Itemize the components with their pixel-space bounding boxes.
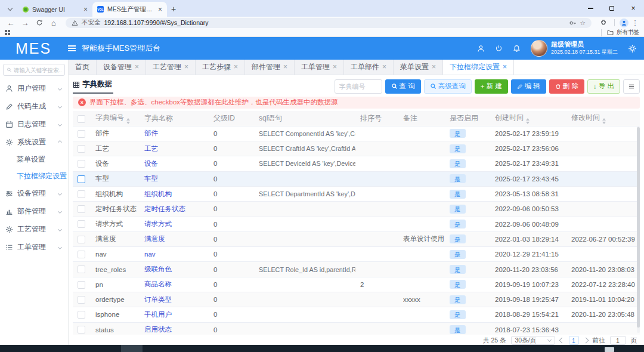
sort-icon[interactable] bbox=[126, 118, 130, 124]
content-tab[interactable]: 工艺管理× bbox=[146, 60, 196, 75]
dict-name-link[interactable]: 设备 bbox=[144, 160, 158, 167]
dict-name-link[interactable]: 请求方式 bbox=[144, 220, 172, 227]
sidebar-search-input[interactable] bbox=[14, 67, 61, 73]
dict-code-input[interactable] bbox=[335, 79, 382, 94]
select-all-checkbox[interactable] bbox=[78, 115, 85, 123]
home-icon[interactable]: ⌂ bbox=[48, 19, 60, 27]
row-checkbox[interactable] bbox=[78, 251, 85, 258]
sidebar-subitem[interactable]: 菜单设置 bbox=[0, 151, 68, 168]
table-row[interactable]: ordertype订单类型0xxxxx是2019-09-18 19:25:472… bbox=[73, 292, 640, 307]
current-page[interactable]: 1 bbox=[569, 336, 579, 345]
all-bookmarks-label[interactable]: 所有书签 bbox=[617, 29, 639, 36]
user-icon[interactable] bbox=[477, 45, 485, 53]
table-row[interactable]: 请求方式请求方式0是2022-09-06 00:48:09 bbox=[73, 217, 640, 231]
dict-name-link[interactable]: 启用状态 bbox=[144, 326, 172, 333]
sidebar-item[interactable]: 工艺管理 bbox=[0, 220, 68, 238]
export-button[interactable]: ↓导 出 bbox=[587, 79, 620, 94]
query-button[interactable]: 查 询 bbox=[385, 79, 421, 94]
dict-name-link[interactable]: 组织机构 bbox=[144, 190, 172, 197]
bookmark-star-icon[interactable]: ☆ bbox=[580, 19, 586, 26]
table-row[interactable]: 设备设备0SELECT DeviceId AS 'key',DeviceId A… bbox=[73, 156, 640, 171]
content-tab[interactable]: 部件管理× bbox=[245, 60, 295, 75]
sidebar-item[interactable]: 设备管理 bbox=[0, 184, 68, 202]
table-row[interactable]: 定时任务状态定时任务状态0是2022-09-06 00:50:53 bbox=[73, 202, 640, 217]
browser-tab-swagger[interactable]: Swagger UI × bbox=[18, 2, 92, 17]
row-checkbox[interactable] bbox=[78, 220, 85, 228]
delete-button[interactable]: 删 除 bbox=[549, 79, 584, 94]
minimize-button[interactable] bbox=[580, 0, 601, 17]
close-button[interactable]: × bbox=[623, 0, 644, 17]
forward-icon[interactable]: → bbox=[19, 19, 31, 27]
dict-name-link[interactable]: nav bbox=[144, 251, 156, 258]
table-row[interactable]: 车型车型0是2025-02-17 23:43:45 bbox=[73, 171, 640, 186]
prev-page-icon[interactable] bbox=[559, 338, 565, 344]
extensions-icon[interactable] bbox=[597, 19, 609, 26]
content-tab[interactable]: 首页 bbox=[69, 60, 97, 75]
content-tab[interactable]: 工单部件× bbox=[344, 60, 394, 75]
table-row[interactable]: 工艺工艺0SELECT CraftId AS 'key',CraftId AS … bbox=[73, 141, 640, 156]
sort-icon[interactable] bbox=[602, 118, 606, 124]
column-menu-button[interactable] bbox=[623, 79, 640, 94]
row-checkbox[interactable] bbox=[78, 296, 85, 304]
sidebar-item[interactable]: 工单管理 bbox=[0, 238, 68, 256]
tab-close-icon[interactable]: × bbox=[234, 63, 238, 71]
apps-grid-icon[interactable] bbox=[5, 30, 10, 35]
row-checkbox[interactable] bbox=[78, 236, 85, 243]
tab-close-icon[interactable]: × bbox=[283, 63, 287, 71]
scrollbar-thumb[interactable] bbox=[637, 127, 640, 327]
tab-close-icon[interactable]: × bbox=[333, 63, 337, 71]
column-header[interactable]: 创建时间 bbox=[490, 111, 566, 126]
content-tab[interactable]: 设备管理× bbox=[97, 60, 146, 75]
row-checkbox[interactable] bbox=[78, 190, 85, 198]
dict-name-link[interactable]: 商品名称 bbox=[144, 280, 172, 288]
collapse-menu-icon[interactable] bbox=[68, 45, 76, 51]
content-tab[interactable]: 工单管理× bbox=[295, 60, 344, 75]
dict-name-link[interactable]: 满意度 bbox=[144, 235, 165, 242]
row-checkbox[interactable] bbox=[78, 265, 85, 273]
table-row[interactable]: 组织机构组织机构0SELECT DepartmentId AS 'key',De… bbox=[73, 186, 640, 201]
folder-icon[interactable] bbox=[607, 29, 614, 36]
maximize-button[interactable] bbox=[601, 0, 623, 17]
advanced-query-button[interactable]: 高级查询 bbox=[424, 79, 472, 94]
browser-menu-icon[interactable]: ⋮ bbox=[631, 21, 639, 24]
dict-name-link[interactable]: 级联角色 bbox=[144, 265, 172, 273]
goto-page-input[interactable] bbox=[610, 336, 626, 345]
settings-gear-icon[interactable] bbox=[628, 44, 637, 53]
column-header[interactable]: 字典编号 bbox=[91, 111, 140, 126]
dict-name-link[interactable]: 订单类型 bbox=[144, 296, 172, 303]
next-page-icon[interactable] bbox=[583, 338, 589, 344]
row-checkbox[interactable] bbox=[78, 281, 85, 289]
back-icon[interactable]: ← bbox=[5, 19, 17, 27]
column-header[interactable]: 修改时间 bbox=[566, 111, 640, 126]
new-tab-button[interactable]: + bbox=[167, 2, 180, 16]
user-avatar[interactable] bbox=[531, 40, 547, 57]
table-row[interactable]: navnav0是2020-12-29 21:41:15 bbox=[73, 247, 640, 262]
table-row[interactable]: status启用状态0是2018-07-23 15:36:43 bbox=[73, 322, 640, 335]
table-row[interactable]: pn商品名称02是2019-09-19 10:07:232022-07-12 2… bbox=[73, 277, 640, 292]
sidebar-item[interactable]: 代码生成 bbox=[0, 97, 68, 115]
browser-profile-avatar[interactable] bbox=[620, 18, 628, 27]
page-size-select[interactable]: 30条/页 bbox=[511, 336, 555, 345]
tab-close-icon[interactable]: × bbox=[184, 63, 188, 71]
row-checkbox[interactable] bbox=[78, 175, 85, 183]
tab-close-icon[interactable]: × bbox=[432, 63, 436, 71]
table-row[interactable]: tree_roles级联角色0SELECT Role_Id AS id,pare… bbox=[73, 262, 640, 277]
row-checkbox[interactable] bbox=[78, 326, 85, 334]
sidebar-item[interactable]: 日志管理 bbox=[0, 115, 68, 133]
user-profile[interactable]: 超级管理员 2025.02.18 07:15:31 星期二 bbox=[531, 40, 618, 57]
content-tab[interactable]: 工艺步骤× bbox=[196, 60, 245, 75]
edit-button[interactable]: 编 辑 bbox=[511, 79, 546, 94]
reload-icon[interactable] bbox=[33, 19, 45, 26]
tab-close-icon[interactable]: × bbox=[83, 5, 88, 14]
browser-tab-mes[interactable]: VOL MES生产管理系统 × bbox=[92, 2, 167, 17]
tab-close-icon[interactable]: × bbox=[135, 63, 139, 71]
row-checkbox[interactable] bbox=[78, 130, 85, 138]
table-row[interactable]: 部件部件0SELECT ComponentId AS 'key',Compone… bbox=[73, 126, 640, 141]
sidebar-subitem[interactable]: 下拉框绑定设置 bbox=[0, 168, 68, 184]
sidebar-item[interactable]: 部件管理 bbox=[0, 202, 68, 220]
row-checkbox[interactable] bbox=[78, 205, 85, 213]
content-tab[interactable]: 下拉框绑定设置× bbox=[443, 60, 514, 75]
tab-close-icon[interactable]: × bbox=[382, 63, 386, 71]
dict-name-link[interactable]: 部件 bbox=[144, 129, 158, 137]
dict-name-link[interactable]: 工艺 bbox=[144, 145, 158, 152]
